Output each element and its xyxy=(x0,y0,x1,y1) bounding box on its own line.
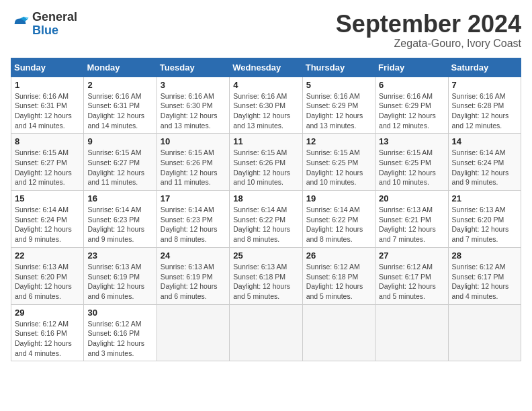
daylight-minutes: and 4 minutes. xyxy=(452,292,498,300)
day-number: 23 xyxy=(87,250,152,261)
day-number: 30 xyxy=(87,308,152,318)
sunrise-label: Sunrise: 6:13 AM xyxy=(15,263,69,271)
day-number: 5 xyxy=(306,80,371,90)
daylight-label: Daylight: 12 hours xyxy=(87,111,144,120)
daylight-label: Daylight: 12 hours xyxy=(379,169,436,177)
calendar-cell xyxy=(375,304,448,361)
calendar-cell: 24 Sunrise: 6:13 AM Sunset: 6:19 PM Dayl… xyxy=(157,247,229,304)
daylight-label: Daylight: 12 hours xyxy=(379,225,436,233)
calendar-cell: 8 Sunrise: 6:15 AM Sunset: 6:27 PM Dayli… xyxy=(11,134,84,191)
calendar-cell: 28 Sunrise: 6:12 AM Sunset: 6:17 PM Dayl… xyxy=(448,247,521,304)
calendar-week-3: 15 Sunrise: 6:14 AM Sunset: 6:24 PM Dayl… xyxy=(11,191,521,248)
calendar-cell: 11 Sunrise: 6:15 AM Sunset: 6:26 PM Dayl… xyxy=(230,134,302,191)
daylight-label: Daylight: 12 hours xyxy=(15,282,72,290)
sunset-label: Sunset: 6:18 PM xyxy=(233,273,285,281)
day-number: 16 xyxy=(87,193,152,203)
sunset-label: Sunset: 6:18 PM xyxy=(306,273,359,281)
calendar-header: SundayMondayTuesdayWednesdayThursdayFrid… xyxy=(11,58,521,77)
daylight-minutes: and 8 minutes. xyxy=(306,235,353,243)
daylight-label: Daylight: 12 hours xyxy=(87,339,144,347)
daylight-minutes: and 13 minutes. xyxy=(233,122,283,130)
daylight-label: Daylight: 12 hours xyxy=(161,111,218,120)
daylight-minutes: and 13 minutes. xyxy=(161,122,211,130)
day-info: Sunrise: 6:15 AM Sunset: 6:26 PM Dayligh… xyxy=(161,148,226,187)
sunrise-label: Sunrise: 6:15 AM xyxy=(161,148,214,156)
daylight-minutes: and 14 minutes. xyxy=(15,122,65,130)
daylight-label: Daylight: 12 hours xyxy=(452,169,509,177)
calendar-cell: 27 Sunrise: 6:12 AM Sunset: 6:17 PM Dayl… xyxy=(375,247,448,304)
calendar-cell: 23 Sunrise: 6:13 AM Sunset: 6:19 PM Dayl… xyxy=(84,247,157,304)
daylight-label: Daylight: 12 hours xyxy=(306,169,363,177)
daylight-minutes: and 6 minutes. xyxy=(161,292,207,300)
sunrise-label: Sunrise: 6:12 AM xyxy=(87,320,141,328)
daylight-label: Daylight: 12 hours xyxy=(15,225,72,233)
day-number: 22 xyxy=(15,250,80,261)
daylight-minutes: and 5 minutes. xyxy=(233,292,279,300)
calendar-week-5: 29 Sunrise: 6:12 AM Sunset: 6:16 PM Dayl… xyxy=(11,304,521,361)
daylight-minutes: and 9 minutes. xyxy=(452,178,498,186)
daylight-label: Daylight: 12 hours xyxy=(15,339,72,347)
day-info: Sunrise: 6:12 AM Sunset: 6:16 PM Dayligh… xyxy=(87,319,152,359)
daylight-minutes: and 9 minutes. xyxy=(87,235,134,243)
day-info: Sunrise: 6:15 AM Sunset: 6:27 PM Dayligh… xyxy=(15,148,80,187)
day-number: 19 xyxy=(306,193,371,203)
day-info: Sunrise: 6:14 AM Sunset: 6:23 PM Dayligh… xyxy=(87,205,152,244)
sunset-label: Sunset: 6:26 PM xyxy=(233,158,285,167)
day-number: 15 xyxy=(15,193,80,203)
sunset-label: Sunset: 6:19 PM xyxy=(87,273,140,281)
day-number: 20 xyxy=(379,193,444,203)
day-number: 3 xyxy=(161,80,226,90)
daylight-label: Daylight: 12 hours xyxy=(87,169,144,177)
sunrise-label: Sunrise: 6:13 AM xyxy=(379,205,433,214)
sunset-label: Sunset: 6:29 PM xyxy=(379,101,431,109)
day-info: Sunrise: 6:14 AM Sunset: 6:24 PM Dayligh… xyxy=(15,205,80,244)
calendar-cell xyxy=(448,304,521,361)
day-info: Sunrise: 6:16 AM Sunset: 6:30 PM Dayligh… xyxy=(161,91,226,131)
daylight-minutes: and 10 minutes. xyxy=(379,178,429,186)
daylight-label: Daylight: 12 hours xyxy=(306,225,363,233)
daylight-label: Daylight: 12 hours xyxy=(87,282,144,290)
daylight-label: Daylight: 12 hours xyxy=(306,111,363,120)
logo-icon xyxy=(11,15,30,34)
daylight-label: Daylight: 12 hours xyxy=(233,169,290,177)
calendar-cell: 5 Sunrise: 6:16 AM Sunset: 6:29 PM Dayli… xyxy=(302,77,375,134)
daylight-label: Daylight: 12 hours xyxy=(452,225,509,233)
calendar-cell: 29 Sunrise: 6:12 AM Sunset: 6:16 PM Dayl… xyxy=(11,304,84,361)
sunset-label: Sunset: 6:28 PM xyxy=(452,101,504,109)
sunrise-label: Sunrise: 6:15 AM xyxy=(15,148,69,156)
calendar-cell xyxy=(157,304,229,361)
calendar-cell: 16 Sunrise: 6:14 AM Sunset: 6:23 PM Dayl… xyxy=(84,191,157,248)
sunrise-label: Sunrise: 6:13 AM xyxy=(233,263,287,271)
calendar-cell: 7 Sunrise: 6:16 AM Sunset: 6:28 PM Dayli… xyxy=(448,77,521,134)
logo-general-text: General xyxy=(32,11,77,24)
day-number: 29 xyxy=(15,308,80,318)
daylight-minutes: and 3 minutes. xyxy=(87,349,134,357)
sunset-label: Sunset: 6:16 PM xyxy=(87,329,140,337)
day-number: 6 xyxy=(379,80,444,90)
daylight-minutes: and 8 minutes. xyxy=(233,235,279,243)
day-number: 2 xyxy=(87,80,152,90)
day-number: 28 xyxy=(452,250,517,261)
day-number: 10 xyxy=(161,136,226,146)
sunset-label: Sunset: 6:24 PM xyxy=(15,216,67,224)
calendar-cell: 3 Sunrise: 6:16 AM Sunset: 6:30 PM Dayli… xyxy=(157,77,229,134)
sunset-label: Sunset: 6:30 PM xyxy=(161,101,213,109)
sunset-label: Sunset: 6:21 PM xyxy=(379,216,431,224)
sunrise-label: Sunrise: 6:14 AM xyxy=(306,205,360,214)
day-info: Sunrise: 6:15 AM Sunset: 6:27 PM Dayligh… xyxy=(87,148,152,187)
sunrise-label: Sunrise: 6:13 AM xyxy=(452,205,506,214)
daylight-label: Daylight: 12 hours xyxy=(161,169,218,177)
day-number: 1 xyxy=(15,80,80,90)
calendar-week-2: 8 Sunrise: 6:15 AM Sunset: 6:27 PM Dayli… xyxy=(11,134,521,191)
sunset-label: Sunset: 6:27 PM xyxy=(87,158,140,167)
calendar-week-1: 1 Sunrise: 6:16 AM Sunset: 6:31 PM Dayli… xyxy=(11,77,521,134)
sunset-label: Sunset: 6:22 PM xyxy=(306,216,359,224)
calendar-cell: 30 Sunrise: 6:12 AM Sunset: 6:16 PM Dayl… xyxy=(84,304,157,361)
day-info: Sunrise: 6:14 AM Sunset: 6:24 PM Dayligh… xyxy=(452,148,517,187)
day-info: Sunrise: 6:15 AM Sunset: 6:26 PM Dayligh… xyxy=(233,148,298,187)
logo: General Blue xyxy=(11,11,77,38)
day-info: Sunrise: 6:13 AM Sunset: 6:19 PM Dayligh… xyxy=(87,262,152,302)
day-number: 18 xyxy=(233,193,298,203)
sunset-label: Sunset: 6:26 PM xyxy=(161,158,213,167)
day-info: Sunrise: 6:16 AM Sunset: 6:31 PM Dayligh… xyxy=(15,91,80,131)
